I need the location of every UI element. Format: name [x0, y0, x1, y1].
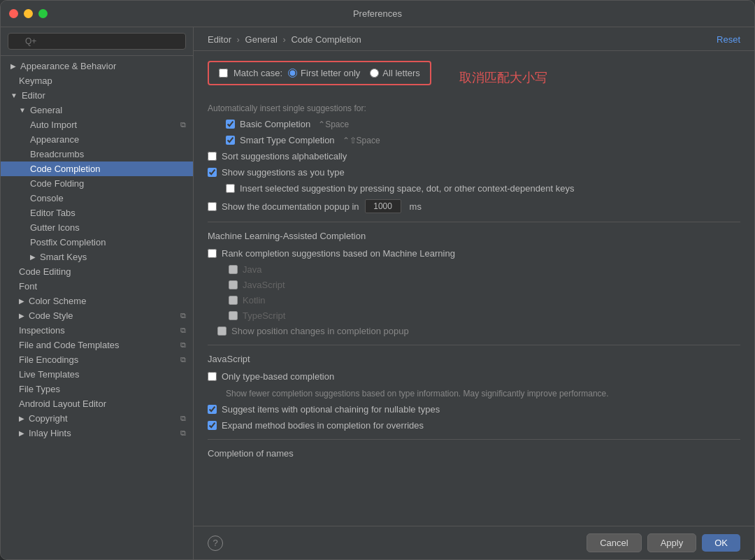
ml-javascript-row: JavaScript	[208, 280, 740, 290]
js-expand-method-label[interactable]: Expand method bodies in completion for o…	[208, 420, 424, 431]
js-expand-method-checkbox[interactable]	[208, 421, 217, 430]
ml-kotlin-text: Kotlin	[243, 295, 266, 306]
copy-icon: ⧉	[180, 120, 186, 129]
sidebar-item-live-templates[interactable]: Live Templates	[1, 367, 193, 382]
sidebar-item-file-encodings[interactable]: File Encodings ⧉	[1, 352, 193, 367]
ml-java-checkbox[interactable]	[229, 265, 238, 274]
sidebar-item-smart-keys[interactable]: ▶ Smart Keys	[1, 250, 193, 264]
ml-position-changes-checkbox[interactable]	[217, 326, 226, 336]
show-suggestions-checkbox[interactable]	[208, 168, 217, 177]
ml-javascript-checkbox[interactable]	[229, 280, 238, 289]
sidebar-item-label: Inlay Hints	[29, 428, 71, 438]
js-nullable-label[interactable]: Suggest items with optional chaining for…	[208, 404, 440, 415]
sidebar-item-code-style[interactable]: ▶ Code Style ⧉	[1, 308, 193, 323]
show-suggestions-label[interactable]: Show suggestions as you type	[208, 167, 345, 178]
sidebar-item-label: Live Templates	[19, 369, 79, 380]
divider-3	[208, 439, 740, 440]
search-input[interactable]	[8, 33, 186, 50]
show-doc-popup-label[interactable]: Show the documentation popup in	[208, 201, 359, 212]
ms-label: ms	[410, 201, 422, 212]
sidebar-item-inspections[interactable]: Inspections ⧉	[1, 323, 193, 338]
basic-completion-shortcut: ⌃Space	[318, 120, 349, 129]
sidebar-item-auto-import[interactable]: Auto Import ⧉	[1, 117, 193, 132]
reset-button[interactable]: Reset	[717, 34, 740, 45]
sidebar-item-label: Appearance & Behavior	[20, 61, 116, 71]
match-case-label[interactable]: Match case:	[233, 68, 282, 78]
js-nullable-checkbox[interactable]	[208, 405, 217, 414]
sidebar-item-gutter-icons[interactable]: Gutter Icons	[1, 220, 193, 235]
sidebar-item-font[interactable]: Font	[1, 279, 193, 294]
smart-type-completion-checkbox[interactable]	[226, 136, 235, 145]
maximize-button[interactable]	[38, 9, 48, 18]
ml-javascript-text: JavaScript	[243, 280, 285, 290]
radio-first-letter-label[interactable]: First letter only	[288, 68, 360, 78]
smart-type-completion-label[interactable]: Smart Type Completion ⌃⇧Space	[226, 135, 380, 145]
copy-icon: ⧉	[180, 355, 186, 364]
ml-java-label[interactable]: Java	[229, 264, 261, 275]
sidebar-item-appearance-behavior[interactable]: ▶ Appearance & Behavior	[1, 59, 193, 73]
sidebar-item-breadcrumbs[interactable]: Breadcrumbs	[1, 147, 193, 161]
ml-kotlin-label[interactable]: Kotlin	[229, 295, 266, 306]
ml-position-changes-label[interactable]: Show position changes in completion popu…	[217, 326, 409, 336]
ml-javascript-label[interactable]: JavaScript	[229, 280, 285, 290]
collapse-icon: ▶	[19, 297, 24, 305]
sidebar-item-file-types[interactable]: File Types	[1, 382, 193, 396]
sort-alphabetically-label[interactable]: Sort suggestions alphabetically	[208, 151, 347, 161]
ml-section: Machine Learning-Assisted Completion Ran…	[208, 231, 740, 336]
sidebar-item-postfix-completion[interactable]: Postfix Completion	[1, 235, 193, 250]
ml-typescript-label[interactable]: TypeScript	[229, 310, 285, 321]
match-case-checkbox[interactable]	[219, 69, 228, 78]
popup-ms-input[interactable]	[365, 199, 401, 213]
sort-alphabetically-checkbox[interactable]	[208, 152, 217, 161]
sidebar-item-console[interactable]: Console	[1, 191, 193, 206]
sidebar-item-code-editing[interactable]: Code Editing	[1, 264, 193, 279]
sidebar-item-color-scheme[interactable]: ▶ Color Scheme	[1, 294, 193, 308]
basic-completion-label[interactable]: Basic Completion ⌃Space	[226, 119, 349, 129]
sidebar-item-appearance[interactable]: Appearance	[1, 132, 193, 147]
ml-kotlin-checkbox[interactable]	[229, 296, 238, 305]
sidebar-item-general[interactable]: ▼ General	[1, 103, 193, 117]
cancel-button[interactable]: Cancel	[587, 533, 641, 552]
radio-first-letter[interactable]	[288, 69, 297, 78]
sidebar-item-copyright[interactable]: ▶ Copyright ⧉	[1, 411, 193, 426]
breadcrumb-part-2: General	[245, 34, 278, 45]
ml-rank-label[interactable]: Rank completion suggestions based on Mac…	[208, 248, 455, 259]
sidebar-item-code-completion[interactable]: Code Completion	[1, 161, 193, 176]
ml-rank-text: Rank completion suggestions based on Mac…	[222, 248, 455, 259]
close-button[interactable]	[9, 9, 18, 18]
insert-selected-row: Insert selected suggestion by pressing s…	[208, 183, 740, 194]
ok-button[interactable]: OK	[702, 534, 740, 552]
sidebar-item-keymap[interactable]: Keymap	[1, 73, 193, 88]
basic-completion-checkbox[interactable]	[226, 120, 235, 129]
match-case-area: Match case: First letter only All letter…	[208, 61, 740, 94]
sidebar-item-android-layout-editor[interactable]: Android Layout Editor	[1, 396, 193, 411]
sidebar-item-inlay-hints[interactable]: ▶ Inlay Hints ⧉	[1, 426, 193, 440]
basic-completion-row: Basic Completion ⌃Space	[208, 119, 740, 129]
js-type-based-checkbox[interactable]	[208, 372, 217, 381]
sidebar-item-code-folding[interactable]: Code Folding	[1, 176, 193, 191]
sidebar-list: ▶ Appearance & Behavior Keymap ▼ Editor …	[1, 56, 193, 559]
ml-kotlin-row: Kotlin	[208, 295, 740, 306]
show-suggestions-text: Show suggestions as you type	[222, 167, 345, 178]
sidebar-item-editor-tabs[interactable]: Editor Tabs	[1, 206, 193, 220]
main-panel: Editor › General › Code Completion Reset…	[194, 27, 754, 559]
sidebar-item-file-code-templates[interactable]: File and Code Templates ⧉	[1, 338, 193, 352]
insert-selected-checkbox[interactable]	[226, 184, 235, 193]
help-button[interactable]: ?	[208, 536, 223, 551]
insert-selected-label[interactable]: Insert selected suggestion by pressing s…	[226, 183, 574, 194]
sidebar-item-editor[interactable]: ▼ Editor	[1, 88, 193, 103]
ml-java-text: Java	[243, 264, 261, 275]
copy-icon: ⧉	[180, 311, 186, 320]
radio-all-letters-label[interactable]: All letters	[370, 68, 419, 78]
sidebar-item-label: Breadcrumbs	[30, 149, 84, 159]
collapse-icon: ▶	[10, 62, 16, 70]
radio-all-letters[interactable]	[370, 69, 379, 78]
show-doc-popup-checkbox[interactable]	[208, 202, 217, 211]
minimize-button[interactable]	[24, 9, 33, 18]
js-type-based-label[interactable]: Only type-based completion	[208, 371, 334, 382]
match-case-box: Match case: First letter only All letter…	[208, 61, 431, 85]
apply-button[interactable]: Apply	[647, 533, 697, 552]
ml-typescript-checkbox[interactable]	[229, 311, 238, 320]
ml-rank-checkbox[interactable]	[208, 249, 217, 258]
js-expand-method-row: Expand method bodies in completion for o…	[208, 420, 740, 431]
